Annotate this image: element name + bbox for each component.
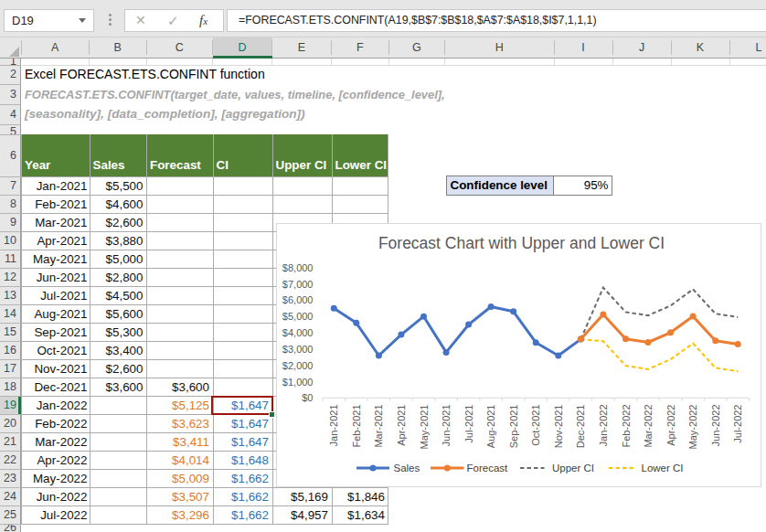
svg-text:Aug-2021: Aug-2021 bbox=[485, 404, 496, 448]
svg-text:Jun-2022: Jun-2022 bbox=[709, 404, 720, 446]
svg-text:Forecast Chart with Upper and: Forecast Chart with Upper and Lower CI bbox=[378, 233, 664, 251]
svg-text:Sep-2021: Sep-2021 bbox=[507, 404, 518, 448]
svg-text:Sales: Sales bbox=[393, 463, 420, 473]
svg-text:$2,000: $2,000 bbox=[282, 359, 313, 370]
svg-text:$1,000: $1,000 bbox=[282, 376, 313, 387]
svg-text:May-2021: May-2021 bbox=[418, 404, 429, 449]
svg-text:Jan-2021: Jan-2021 bbox=[328, 404, 339, 446]
svg-text:Feb-2022: Feb-2022 bbox=[620, 404, 631, 447]
svg-text:May-2022: May-2022 bbox=[687, 404, 698, 449]
svg-text:Lower CI: Lower CI bbox=[641, 463, 683, 473]
svg-text:Feb-2021: Feb-2021 bbox=[350, 404, 361, 447]
svg-text:$7,000: $7,000 bbox=[282, 278, 313, 289]
svg-text:Jul-2022: Jul-2022 bbox=[732, 404, 743, 442]
svg-text:Apr-2022: Apr-2022 bbox=[665, 404, 676, 445]
svg-text:Oct-2021: Oct-2021 bbox=[530, 404, 541, 445]
svg-text:Upper CI: Upper CI bbox=[552, 463, 594, 473]
svg-text:$4,000: $4,000 bbox=[282, 327, 313, 338]
svg-text:Mar-2021: Mar-2021 bbox=[373, 404, 384, 447]
svg-text:Mar-2022: Mar-2022 bbox=[643, 404, 654, 447]
svg-text:Jun-2021: Jun-2021 bbox=[441, 404, 452, 446]
svg-text:Jan-2022: Jan-2022 bbox=[597, 404, 608, 446]
svg-text:Forecast: Forecast bbox=[466, 463, 508, 473]
svg-text:Dec-2021: Dec-2021 bbox=[575, 404, 586, 448]
svg-text:$6,000: $6,000 bbox=[282, 294, 313, 305]
svg-text:$5,000: $5,000 bbox=[282, 311, 313, 322]
svg-text:Apr-2021: Apr-2021 bbox=[395, 404, 406, 445]
svg-text:$3,000: $3,000 bbox=[282, 343, 313, 354]
svg-text:Jul-2021: Jul-2021 bbox=[463, 404, 473, 442]
svg-text:Nov-2021: Nov-2021 bbox=[552, 404, 563, 448]
svg-text:$0: $0 bbox=[302, 392, 313, 403]
svg-text:$8,000: $8,000 bbox=[282, 261, 313, 272]
